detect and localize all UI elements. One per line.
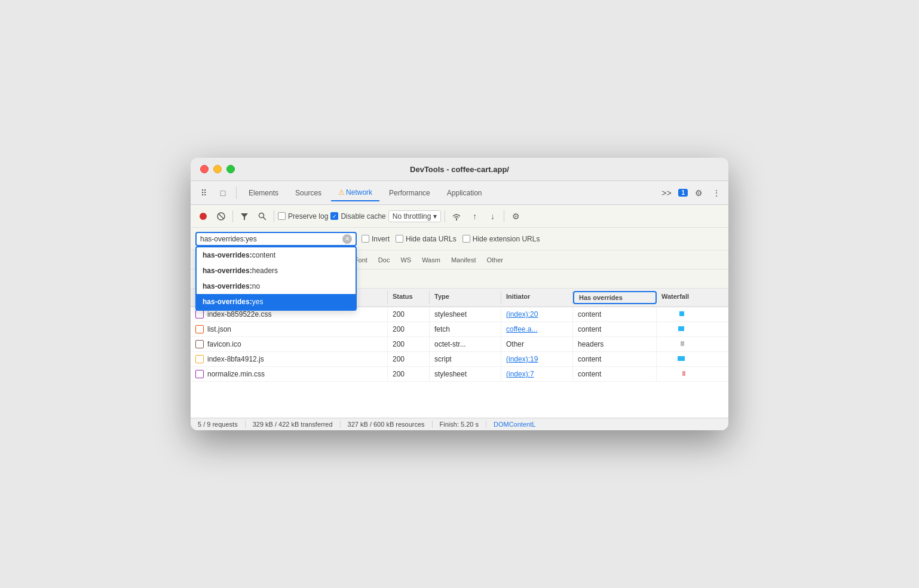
- invert-option[interactable]: Invert: [362, 235, 390, 243]
- more-tabs-button[interactable]: >>: [658, 185, 675, 201]
- hide-data-urls-option[interactable]: Hide data URLs: [396, 235, 457, 243]
- th-has-overrides[interactable]: Has overrides: [573, 291, 657, 304]
- row-initiator-2: Other: [501, 337, 573, 351]
- window-title: DevTools - coffee-cart.app/: [410, 165, 509, 174]
- row-overrides-1: content: [573, 322, 657, 336]
- search-button[interactable]: [255, 209, 270, 224]
- dropdown-item-content[interactable]: has-overrides:content: [197, 247, 356, 263]
- network-toolbar: Preserve log ✓ Disable cache No throttli…: [191, 205, 728, 228]
- type-filter-doc[interactable]: Doc: [373, 255, 395, 265]
- resources-size: 327 kB / 600 kB resources: [341, 421, 433, 428]
- file-icon-json: [195, 325, 204, 333]
- clear-search-button[interactable]: ✕: [342, 234, 352, 244]
- preserve-log-label[interactable]: Preserve log: [278, 212, 328, 220]
- type-filter-wasm[interactable]: Wasm: [417, 255, 445, 265]
- stop-recording-button[interactable]: [195, 209, 211, 224]
- notification-badge: 1: [678, 189, 688, 197]
- row-status-1: 200: [388, 322, 430, 336]
- row-initiator-3: (index):19: [501, 352, 573, 366]
- svg-line-5: [264, 217, 266, 220]
- svg-point-4: [259, 213, 264, 218]
- search-input-wrap: ✕: [195, 232, 357, 246]
- row-name-4: normalize.min.css: [191, 367, 388, 381]
- row-overrides-4: content: [573, 367, 657, 381]
- tab-sources[interactable]: Sources: [288, 185, 329, 201]
- th-initiator[interactable]: Initiator: [501, 291, 573, 304]
- tab-network[interactable]: ⚠ Network: [331, 185, 379, 201]
- invert-checkbox[interactable]: [362, 235, 369, 243]
- table-row[interactable]: favicon.ico 200 octet-str... Other heade…: [191, 337, 728, 352]
- row-initiator-0: (index):20: [501, 307, 573, 321]
- row-type-4: stylesheet: [430, 367, 501, 381]
- row-status-4: 200: [388, 367, 430, 381]
- search-container: ✕ has-overrides:content has-overrides:he…: [195, 232, 357, 246]
- dropdown-item-yes[interactable]: has-overrides:yes: [197, 294, 356, 310]
- table-row[interactable]: normalize.min.css 200 stylesheet (index)…: [191, 367, 728, 382]
- filter-button[interactable]: [237, 209, 252, 224]
- hide-ext-urls-option[interactable]: Hide extension URLs: [462, 235, 540, 243]
- filter-options: Invert Hide data URLs Hide extension URL…: [362, 235, 540, 243]
- row-overrides-3: content: [573, 352, 657, 366]
- type-filter-ws[interactable]: WS: [396, 255, 416, 265]
- transferred-size: 329 kB / 422 kB transferred: [246, 421, 341, 428]
- row-waterfall-4: [657, 367, 728, 381]
- disable-cache-label[interactable]: ✓ Disable cache: [330, 212, 385, 220]
- disable-cache-checkbox[interactable]: ✓: [330, 212, 338, 220]
- search-input[interactable]: [200, 235, 340, 243]
- maximize-button[interactable]: [226, 165, 235, 173]
- type-filter-other[interactable]: Other: [482, 255, 508, 265]
- search-dropdown: has-overrides:content has-overrides:head…: [195, 246, 357, 311]
- wifi-icon[interactable]: [449, 209, 464, 224]
- row-type-1: fetch: [430, 322, 501, 336]
- more-menu-button[interactable]: ⋮: [709, 186, 724, 200]
- th-waterfall[interactable]: Waterfall: [657, 291, 728, 304]
- hide-data-urls-checkbox[interactable]: [396, 235, 403, 243]
- file-icon-ico: [195, 340, 204, 348]
- preserve-log-checkbox[interactable]: [278, 212, 286, 220]
- clear-button[interactable]: [213, 209, 229, 224]
- hide-ext-urls-checkbox[interactable]: [462, 235, 470, 243]
- dropdown-item-no[interactable]: has-overrides:no: [197, 278, 356, 294]
- requests-count: 5 / 9 requests: [198, 421, 246, 428]
- minimize-button[interactable]: [213, 165, 222, 173]
- tab-elements[interactable]: Elements: [241, 185, 286, 201]
- tab-bar: ⠿ □ Elements Sources ⚠ Network Performan…: [191, 181, 728, 205]
- warning-icon: ⚠: [338, 188, 345, 197]
- toolbar-sep-4: [504, 210, 504, 222]
- row-waterfall-3: [657, 352, 728, 366]
- network-settings-button[interactable]: ⚙: [508, 209, 523, 224]
- throttle-chevron-icon: ▾: [433, 212, 437, 220]
- close-button[interactable]: [200, 165, 209, 173]
- row-overrides-2: headers: [573, 337, 657, 351]
- th-status[interactable]: Status: [388, 291, 430, 304]
- title-bar: DevTools - coffee-cart.app/: [191, 158, 728, 181]
- row-name-1: list.json: [191, 322, 388, 336]
- inspect-icon[interactable]: ⠿: [195, 185, 212, 201]
- row-overrides-0: content: [573, 307, 657, 321]
- type-filter-manifest[interactable]: Manifest: [446, 255, 481, 265]
- svg-point-0: [200, 213, 207, 220]
- finish-time: Finish: 5.20 s: [433, 421, 486, 428]
- row-initiator-4: (index):7: [501, 367, 573, 381]
- tab-application[interactable]: Application: [440, 185, 489, 201]
- svg-line-2: [219, 214, 223, 219]
- tab-performance[interactable]: Performance: [382, 185, 437, 201]
- throttle-select[interactable]: No throttling ▾: [388, 210, 442, 222]
- download-icon[interactable]: ↓: [485, 209, 500, 224]
- file-icon-css: [195, 310, 204, 318]
- dropdown-item-headers[interactable]: has-overrides:headers: [197, 263, 356, 278]
- device-icon[interactable]: □: [215, 185, 231, 201]
- toolbar-sep-2: [274, 210, 274, 222]
- dom-content-label: DOMContentL: [486, 421, 543, 428]
- toolbar-sep-3: [445, 210, 445, 222]
- table-body: index-b859522e.css 200 stylesheet (index…: [191, 307, 728, 418]
- row-status-0: 200: [388, 307, 430, 321]
- th-type[interactable]: Type: [430, 291, 501, 304]
- settings-button[interactable]: ⚙: [691, 186, 706, 200]
- table-row[interactable]: index-8bfa4912.js 200 script (index):19 …: [191, 352, 728, 367]
- toolbar-sep-1: [232, 210, 233, 222]
- upload-icon[interactable]: ↑: [467, 209, 482, 224]
- row-status-2: 200: [388, 337, 430, 351]
- table-row[interactable]: list.json 200 fetch coffee.a... content: [191, 322, 728, 337]
- traffic-lights: [200, 165, 235, 173]
